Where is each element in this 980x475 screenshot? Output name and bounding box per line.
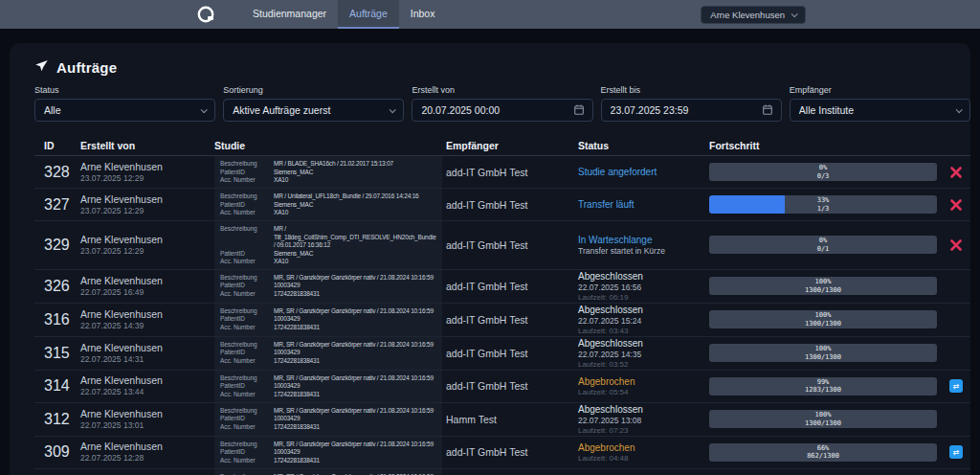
study-patient-value: 10003429	[274, 282, 436, 290]
status-date: 22.07.2025 14:35	[578, 350, 709, 360]
table-row: 309 Arne Klevenhusen 22.07.2025 12:28 Be…	[34, 437, 970, 469]
cancel-button[interactable]	[949, 166, 963, 179]
table-row: 316 Arne Klevenhusen 22.07.2025 14:39 Be…	[34, 304, 970, 337]
chevron-down-icon	[956, 106, 963, 113]
progress-percent: 100%	[815, 311, 832, 320]
cancel-button[interactable]	[949, 238, 963, 252]
send-icon	[34, 58, 49, 77]
progress-bar: 0% 0/1	[709, 236, 937, 254]
row-id: 326	[34, 278, 80, 295]
study-cell: Beschreibung MR, SR / Ganzkörper Ganzkör…	[214, 469, 442, 475]
study-description-value: MR, SR / Ganzkörper Ganzkörper nativ / 2…	[274, 407, 436, 416]
status-label: Abgeschlossen	[578, 337, 709, 350]
study-patient-label: PatientID	[220, 349, 270, 357]
study-description-value: MR, SR / Ganzkörper Ganzkörper nativ / 2…	[274, 341, 436, 350]
calendar-icon	[574, 104, 584, 117]
creator-date: 22.07.2025 16:49	[80, 287, 214, 298]
study-acc-value: 17242281838431	[274, 357, 436, 366]
filter-empfaenger-label: Empfänger	[790, 85, 970, 95]
study-description-value: MR, SR / Ganzkörper Ganzkörper nativ / 2…	[274, 274, 436, 283]
creator-name: Arne Klevenhusen	[80, 161, 214, 173]
top-nav: Studienmanager Aufträge Inbox Arne Kleve…	[0, 0, 980, 29]
progress-percent: 100%	[815, 411, 832, 419]
creator-name: Arne Klevenhusen	[80, 342, 214, 354]
tab-inbox[interactable]: Inbox	[399, 0, 447, 29]
study-acc-value: 17242281838431	[274, 324, 436, 332]
status-date: 22.07.2025 16:56	[578, 283, 709, 293]
status-runtime: Laufzeit: 04:48	[578, 454, 709, 464]
created-to-input[interactable]: 23.07.2025 23:59	[601, 99, 782, 122]
created-from-input[interactable]: 20.07.2025 00:00	[412, 99, 592, 122]
progress-cell: 100% 1300/1300	[709, 310, 942, 328]
status-label: In Warteschlange	[578, 234, 709, 246]
sort-select[interactable]: Aktive Aufträge zuerst	[223, 99, 404, 122]
study-description-value: MR, SR / Ganzkörper Ganzkörper nativ / 2…	[274, 441, 436, 449]
study-acc-label: Acc. Number	[220, 209, 270, 217]
creator-date: 23.07.2025 12:29	[80, 173, 214, 184]
status-cell: Abgeschlossen 22.07.2025 15:24 Laufzeit:…	[578, 304, 709, 336]
app-logo-icon[interactable]	[195, 4, 216, 25]
tab-studienmanager[interactable]: Studienmanager	[241, 0, 338, 29]
study-description-label: Beschreibung	[220, 274, 270, 283]
recipient: add-IT GmbH Test	[442, 380, 578, 392]
creator-cell: Arne Klevenhusen 22.07.2025 12:28	[80, 441, 214, 464]
status-cell: In Warteschlange Transfer startet in Kür…	[578, 234, 709, 257]
user-menu-button[interactable]: Arne Klevenhusen	[701, 6, 806, 24]
status-date: 22.07.2025 13:08	[578, 416, 709, 426]
creator-date: 22.07.2025 14:31	[80, 354, 214, 365]
filter-bar: Status Alle Sortierung Aktive Aufträge z…	[34, 85, 970, 122]
filter-sortierung: Sortierung Aktive Aufträge zuerst	[223, 85, 404, 122]
col-status: Status	[578, 140, 709, 151]
tab-auftraege[interactable]: Aufträge	[338, 0, 399, 29]
progress-count: 1300/1300	[805, 286, 841, 295]
status-cell: Abgeschlossen 22.07.2025 13:08 Laufzeit:…	[578, 403, 709, 436]
progress-count: 1300/1300	[805, 353, 841, 362]
retry-button[interactable]: ⇄	[949, 445, 963, 459]
status-label: Abgebrochen	[578, 441, 709, 454]
retry-button[interactable]: ⇄	[949, 379, 963, 393]
creator-date: 22.07.2025 13:44	[80, 387, 214, 397]
row-id: 328	[34, 164, 80, 181]
study-patient-label: PatientID	[220, 448, 270, 457]
creator-cell: Arne Klevenhusen 22.07.2025 16:49	[80, 275, 214, 298]
status-select[interactable]: Alle	[34, 99, 215, 122]
recipient: add-IT GmbH Test	[442, 446, 578, 458]
status-cell: Abgeschlossen 22.07.2025 16:56 Laufzeit:…	[578, 270, 709, 303]
creator-name: Arne Klevenhusen	[80, 193, 214, 206]
progress-bar: 0% 0/3	[709, 163, 937, 181]
cancel-button[interactable]	[949, 198, 963, 212]
study-cell: Beschreibung MR / BLADE_SHA16ch / 21.02.…	[214, 156, 442, 188]
progress-percent: 33%	[817, 196, 830, 205]
study-patient-label: PatientID	[220, 382, 270, 391]
study-patient-label: PatientID	[220, 415, 270, 423]
row-id: 314	[34, 377, 80, 395]
study-description-value: MR, SR / Ganzkörper Ganzkörper nativ / 2…	[274, 307, 436, 316]
row-id: 327	[34, 196, 80, 214]
study-acc-label: Acc. Number	[220, 176, 270, 185]
col-studie: Studie	[214, 140, 442, 151]
study-patient-value: 10003429	[274, 349, 436, 357]
progress-cell: 100% 1300/1300	[709, 410, 942, 428]
status-runtime: Laufzeit: 05:54	[578, 388, 709, 397]
study-patient-label: PatientID	[220, 169, 270, 177]
recipient: add-IT GmbH Test	[442, 281, 578, 292]
study-cell: Beschreibung MR, SR / Ganzkörper Ganzkör…	[214, 403, 442, 436]
progress-percent: 0%	[819, 237, 827, 245]
status-label: Abgeschlossen	[578, 270, 709, 283]
filter-sortierung-label: Sortierung	[223, 85, 404, 95]
progress-cell: 33% 1/3	[709, 195, 942, 214]
chevron-down-icon	[791, 11, 798, 17]
status-label: Abgeschlossen	[578, 403, 709, 416]
table-row: 326 Arne Klevenhusen 22.07.2025 16:49 Be…	[34, 270, 970, 304]
recipient-select[interactable]: Alle Institute	[790, 99, 970, 122]
study-acc-value: XA10	[274, 258, 436, 266]
study-description-label: Beschreibung	[220, 341, 270, 350]
row-id: 315	[34, 345, 80, 362]
user-name: Arne Klevenhusen	[710, 10, 785, 20]
table-header: ID Erstellt von Studie Empfänger Status …	[34, 135, 970, 156]
recipient: add-IT GmbH Test	[442, 348, 578, 359]
creator-name: Arne Klevenhusen	[80, 275, 214, 287]
progress-bar: 33% 1/3	[709, 195, 937, 214]
study-description-value: MR / Unilateral_UFL18ch_Bundle / 29.07.2…	[274, 192, 436, 201]
study-cell: Beschreibung MR / Tilt_18deg_CoilShim_Co…	[214, 221, 442, 269]
